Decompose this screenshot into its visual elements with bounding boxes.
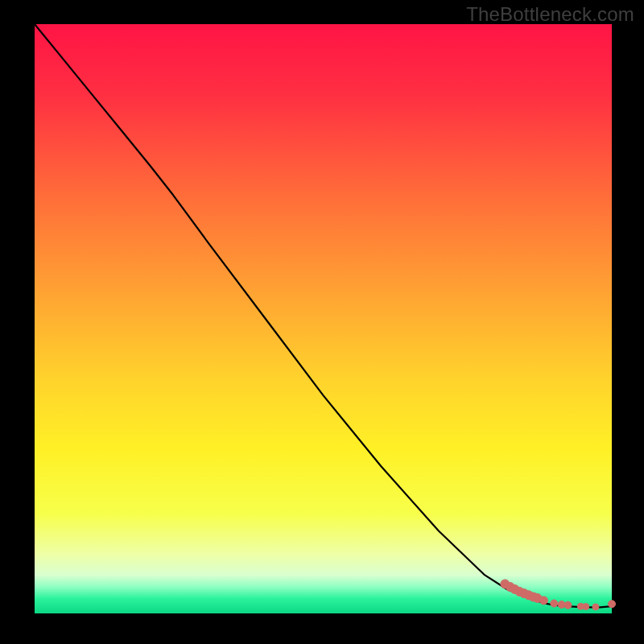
data-point [539,597,547,605]
data-point [583,604,589,610]
data-point [609,601,616,608]
watermark-text: TheBottleneck.com [466,3,634,26]
data-point [592,604,599,610]
plot-background [35,24,612,613]
chart-frame: TheBottleneck.com [0,0,644,644]
chart-svg [0,0,644,644]
data-point [564,601,572,609]
data-point [551,600,558,607]
